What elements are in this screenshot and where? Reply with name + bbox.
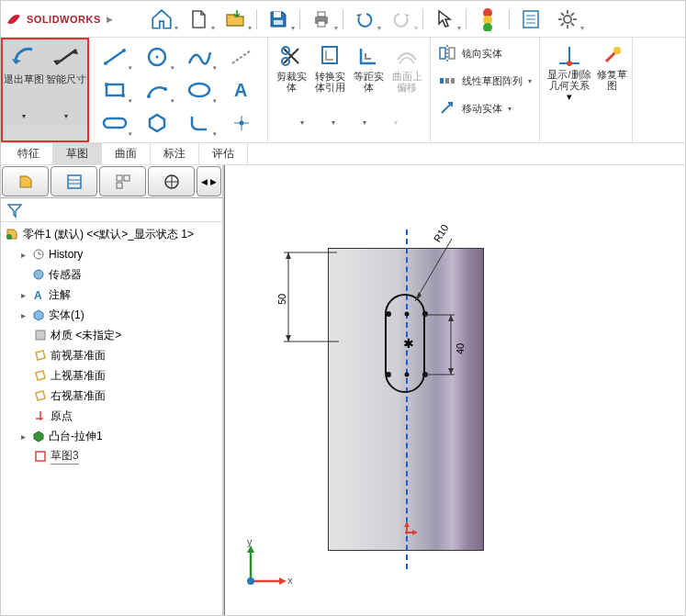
tree-origin[interactable]: 原点 (1, 406, 222, 426)
svg-rect-28 (107, 84, 123, 95)
chevron-right-icon[interactable]: ▶ (107, 15, 113, 24)
filter-row (1, 198, 222, 222)
tree-front-plane[interactable]: 前视基准面 (1, 345, 222, 365)
convert-label: 转换实体引用 (310, 71, 349, 93)
new-button[interactable]: ▾ (181, 4, 216, 35)
svg-point-26 (156, 56, 159, 59)
feature-tree-tab[interactable] (2, 166, 49, 196)
chevron-down-icon[interactable]: ▾ (508, 105, 512, 113)
line-tool[interactable]: ▾ (95, 41, 135, 73)
smart-dimension-button[interactable]: 智能尺寸 ▾ (45, 39, 87, 126)
tab-sketch[interactable]: 草图 (53, 143, 102, 164)
chevron-down-icon[interactable]: ▾ (300, 118, 304, 127)
solidworks-logo-icon (5, 10, 23, 28)
svg-rect-71 (36, 452, 45, 461)
save-button[interactable]: ▾ (261, 4, 296, 35)
chevron-down-icon[interactable]: ▾ (528, 77, 532, 85)
options-button[interactable]: ▾ (550, 4, 585, 35)
tree-top-plane[interactable]: 上视基准面 (1, 365, 222, 386)
ellipse-tool[interactable]: ▾ (179, 74, 219, 106)
move-entities-button[interactable]: 移动实体 ▾ (434, 95, 515, 122)
svg-rect-42 (440, 48, 445, 59)
print-button[interactable]: ▾ (304, 4, 339, 35)
svg-rect-0 (274, 12, 281, 17)
svg-line-21 (56, 50, 76, 64)
chevron-down-icon[interactable]: ▾ (567, 91, 572, 102)
view-triad[interactable]: y x (242, 540, 297, 599)
rectangle-tool[interactable]: ▾ (95, 74, 135, 106)
dimension-r10[interactable]: R10 (413, 231, 468, 308)
tree-history[interactable]: ▸History (1, 244, 222, 264)
app-logo: SOLIDWORKS ▶ (5, 10, 142, 28)
point-tool[interactable] (221, 107, 262, 139)
chevron-down-icon[interactable]: ▾ (64, 112, 68, 121)
svg-point-90 (247, 577, 254, 585)
ribbon: 退出草图 ▾ 智能尺寸 ▾ ▾ ▾ ▾ ▾ ▾ ▾ A ▾ ▾ (1, 38, 685, 143)
dimension-40[interactable]: 40 (425, 310, 462, 375)
rebuild-button[interactable] (470, 4, 505, 35)
modify-group: 剪裁实体 转换实体引用 等距实体 曲面上偏移 ▾ ▾ ▾ ▾ (268, 38, 431, 142)
chevron-down-icon[interactable]: ▾ (332, 118, 335, 127)
main-area: ◀ ▶ 零件1 (默认) <<默认>_显示状态 1> ▸History 传感器 … (1, 165, 685, 616)
configuration-manager-tab[interactable] (99, 166, 146, 196)
arc-tool[interactable]: ▾ (137, 74, 177, 106)
fillet-tool[interactable]: ▾ (179, 107, 219, 139)
svg-point-74 (386, 372, 391, 377)
svg-rect-3 (318, 12, 325, 17)
tree-sketch3[interactable]: 草图3 (1, 446, 222, 466)
convert-entities-button[interactable]: 转换实体引用 (310, 39, 349, 113)
construction-line-tool[interactable] (221, 41, 262, 73)
trim-label: 剪裁实体 (272, 71, 310, 93)
tab-annotate[interactable]: 标注 (151, 143, 199, 164)
open-button[interactable]: ▾ (218, 4, 253, 35)
svg-point-77 (405, 373, 410, 377)
chevron-down-icon[interactable]: ▾ (22, 112, 26, 121)
circle-tool[interactable]: ▾ (137, 41, 177, 73)
tree-root[interactable]: 零件1 (默认) <<默认>_显示状态 1> (1, 224, 222, 244)
slot-tool[interactable]: ▾ (95, 107, 135, 139)
svg-rect-70 (36, 330, 45, 340)
graphics-area[interactable]: ✱ 50 40 R10 y x (225, 165, 685, 616)
display-relations-button[interactable]: 显示/删除几何关系 ▾ (544, 39, 595, 126)
repair-sketch-button[interactable]: 修复草图 (595, 39, 628, 126)
title-bar: SOLIDWORKS ▶ ▾ ▾ ▾ ▾ ▾ ▾ ▾ ▾ ▾ (1, 1, 685, 38)
offset-entities-button[interactable]: 等距实体 (349, 39, 388, 113)
spline-tool[interactable]: ▾ (179, 41, 219, 73)
document-properties-button[interactable] (513, 4, 548, 35)
home-button[interactable]: ▾ (144, 4, 179, 35)
svg-line-19 (561, 23, 564, 26)
tab-feature[interactable]: 特征 (5, 143, 53, 164)
svg-point-30 (121, 94, 125, 97)
mirror-button[interactable]: 镜向实体 (434, 39, 506, 67)
dimension-50[interactable]: 50 (275, 248, 330, 342)
svg-line-20 (571, 13, 574, 16)
dimxpert-tab[interactable] (148, 166, 195, 196)
filter-icon[interactable] (6, 202, 23, 218)
tab-evaluate[interactable]: 评估 (199, 143, 248, 164)
pattern-group: 镜向实体 线性草图阵列 ▾ 移动实体 ▾ (431, 38, 540, 142)
trim-button[interactable]: 剪裁实体 (272, 39, 310, 113)
tree-material[interactable]: 材质 <未指定> (1, 325, 222, 345)
svg-rect-1 (274, 20, 283, 25)
polygon-tool[interactable] (137, 107, 177, 139)
tree-bodies[interactable]: ▸实体(1) (1, 305, 222, 325)
offset-label: 等距实体 (349, 71, 388, 93)
smart-dim-label: 智能尺寸 (46, 73, 86, 85)
panel-overflow[interactable]: ◀ ▶ (197, 166, 221, 196)
undo-button[interactable]: ▾ (347, 4, 382, 35)
tree-annotations[interactable]: ▸A注解 (1, 285, 222, 305)
tree-sensors[interactable]: 传感器 (1, 264, 222, 285)
chevron-down-icon[interactable]: ▾ (363, 118, 366, 127)
tree-extrude[interactable]: ▸凸台-拉伸1 (1, 426, 222, 446)
display-relations-label: 显示/删除几何关系 (544, 69, 595, 91)
property-manager-tab[interactable] (51, 166, 97, 196)
tree-right-plane[interactable]: 右视基准面 (1, 386, 222, 406)
text-tool[interactable]: A (221, 74, 262, 106)
linear-pattern-button[interactable]: 线性草图阵列 ▾ (434, 67, 535, 95)
svg-rect-46 (445, 78, 449, 84)
select-button[interactable]: ▾ (427, 4, 462, 35)
exit-sketch-button[interactable]: 退出草图 ▾ (3, 39, 45, 126)
tab-surface[interactable]: 曲面 (102, 143, 151, 164)
svg-point-31 (147, 95, 151, 98)
sketch-origin-icon (396, 521, 418, 543)
